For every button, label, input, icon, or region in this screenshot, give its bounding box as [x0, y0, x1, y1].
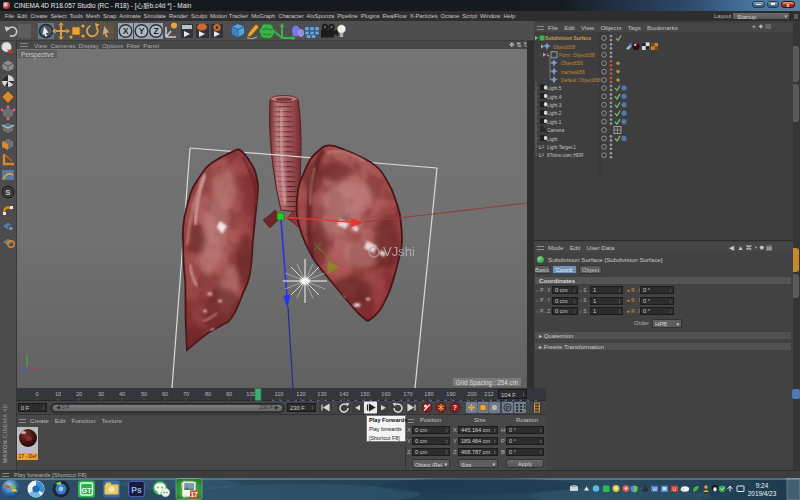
svg-text:160: 160	[381, 391, 390, 397]
svg-text:Light: Light	[547, 137, 558, 142]
svg-text:120: 120	[296, 391, 305, 397]
svg-text:9:24: 9:24	[756, 482, 769, 489]
svg-text:2019/4/23: 2019/4/23	[748, 490, 777, 497]
svg-text:Light.2: Light.2	[547, 112, 562, 117]
svg-text:Y: Y	[139, 26, 145, 36]
svg-text:Light.1: Light.1	[547, 120, 562, 125]
svg-text:50: 50	[141, 391, 147, 397]
svg-text:Object056: Object056	[561, 62, 583, 67]
svg-text:GT: GT	[81, 486, 92, 495]
svg-text:40: 40	[119, 391, 125, 397]
svg-text:U: U	[673, 486, 677, 492]
svg-text:130: 130	[317, 391, 326, 397]
svg-text:80: 80	[205, 391, 211, 397]
svg-text:Light.3: Light.3	[547, 103, 562, 108]
svg-text:Z: Z	[153, 26, 158, 36]
svg-text:Subdivision Surface: Subdivision Surface	[545, 36, 591, 41]
svg-text:↳: ↳	[546, 52, 550, 58]
svg-text:0: 0	[35, 391, 38, 397]
svg-text:150: 150	[360, 391, 369, 397]
svg-text:10: 10	[55, 391, 61, 397]
svg-text:X: X	[123, 26, 129, 36]
svg-text:170: 170	[403, 391, 412, 397]
svg-text:?: ?	[453, 404, 457, 411]
svg-text:L²: L²	[539, 153, 544, 159]
svg-text:180: 180	[424, 391, 433, 397]
svg-text:20: 20	[76, 391, 82, 397]
svg-text:VJshi: VJshi	[383, 244, 415, 259]
svg-text:200: 200	[467, 391, 476, 397]
svg-text:W: W	[652, 486, 658, 492]
svg-text:70: 70	[183, 391, 189, 397]
svg-text:212: 212	[484, 391, 493, 397]
svg-text:S: S	[5, 188, 11, 197]
svg-text:100: 100	[246, 391, 255, 397]
svg-text:Form: Object038: Form: Object038	[559, 53, 595, 58]
svg-text:Object008: Object008	[553, 45, 575, 50]
svg-text:L²: L²	[539, 144, 544, 150]
svg-text:Light Target.1: Light Target.1	[547, 145, 576, 150]
svg-text:Light.4: Light.4	[547, 95, 562, 100]
svg-text:Camera: Camera	[547, 129, 564, 134]
svg-text:190: 190	[446, 391, 455, 397]
svg-text:87time.com HDR: 87time.com HDR	[547, 154, 584, 159]
svg-text:110: 110	[275, 391, 284, 397]
svg-text:30: 30	[98, 391, 104, 397]
svg-text:Ps: Ps	[131, 485, 142, 495]
svg-text:90: 90	[226, 391, 232, 397]
svg-text:17: 17	[190, 491, 198, 498]
svg-text:60: 60	[162, 391, 168, 397]
svg-text:trachea056: trachea056	[561, 70, 585, 75]
svg-text:Light.5: Light.5	[547, 87, 562, 92]
svg-text:140: 140	[339, 391, 348, 397]
svg-text:P: P	[505, 405, 509, 411]
